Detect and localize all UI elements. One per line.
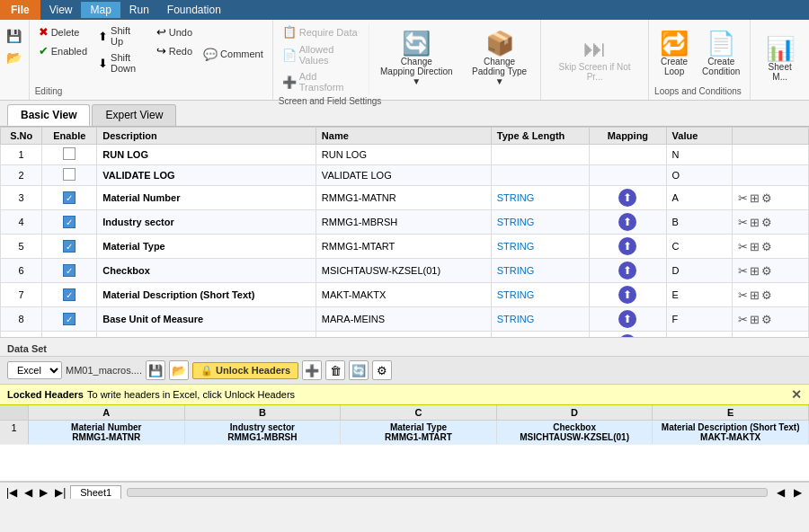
enable-checkbox[interactable] xyxy=(63,240,76,253)
action-icon-2[interactable]: ⊞ xyxy=(750,288,760,302)
action-icon-3[interactable]: ⚙ xyxy=(761,313,772,326)
row-desc: Material Description (Short Text) xyxy=(97,283,316,307)
row-name: VALIDATE LOG xyxy=(316,165,491,186)
scroll-right-btn[interactable]: ▶ xyxy=(790,486,805,499)
action-icon-3[interactable]: ⚙ xyxy=(761,191,772,205)
nav-next-btn[interactable]: ▶ xyxy=(37,486,50,499)
enable-checkbox[interactable] xyxy=(63,313,76,325)
dataset-config-btn[interactable]: ⚙ xyxy=(372,360,392,380)
cell-A1[interactable]: Material Number RMMG1-MATNR xyxy=(29,421,185,444)
add-transform-btn[interactable]: ➕ Add Transform xyxy=(279,69,365,94)
shift-down-btn[interactable]: ⬇ Shift Down xyxy=(94,50,149,75)
row-sno: 3 xyxy=(1,186,42,210)
tab-basic-view[interactable]: Basic View xyxy=(7,104,90,126)
row-type[interactable]: DECIMAL xyxy=(491,332,590,339)
row-type[interactable]: STRING xyxy=(491,259,590,283)
create-condition-btn[interactable]: 📄 CreateCondition xyxy=(698,29,744,79)
action-icon-2[interactable]: ⊞ xyxy=(750,216,760,229)
horizontal-scrollbar[interactable] xyxy=(127,488,768,497)
sheet-tab-1[interactable]: Sheet1 xyxy=(70,485,121,499)
table-row: 8 Base Unit of Measure MARA-MEINS STRING… xyxy=(1,307,809,332)
mapping-icon[interactable]: ⬆ xyxy=(618,262,636,279)
scroll-left-btn[interactable]: ◀ xyxy=(773,486,788,499)
dataset-add-btn[interactable]: ➕ xyxy=(302,360,322,380)
shift-up-btn[interactable]: ⬆ Shift Up xyxy=(94,23,149,49)
unlock-headers-btn[interactable]: 🔒 Unlock Headers xyxy=(192,362,298,379)
row-type[interactable]: STRING xyxy=(491,235,590,259)
create-loop-btn[interactable]: 🔁 CreateLoop xyxy=(654,29,694,79)
action-icon-3[interactable]: ⚙ xyxy=(761,288,772,302)
enable-checkbox[interactable] xyxy=(63,168,76,181)
row-sno: 1 xyxy=(1,145,42,165)
redo-btn[interactable]: ↪ Redo xyxy=(153,42,196,59)
quick-save-btn[interactable]: 💾 xyxy=(3,27,25,45)
skip-screen-icon: ⏭ xyxy=(583,37,607,60)
undo-btn[interactable]: ↩ Undo xyxy=(153,23,196,40)
action-icon-1[interactable]: ✂ xyxy=(738,313,748,326)
save-dataset-btn[interactable]: 💾 xyxy=(146,360,165,380)
require-data-btn[interactable]: 📋 Require Data xyxy=(279,23,365,40)
menu-map[interactable]: Map xyxy=(81,2,120,18)
action-icon-2[interactable]: ⊞ xyxy=(750,191,760,205)
row-type[interactable]: STRING xyxy=(491,283,590,307)
cell-D1-line1: Checkbox xyxy=(501,422,649,432)
locked-banner-close[interactable]: ✕ xyxy=(791,387,802,402)
action-icon-2[interactable]: ⊞ xyxy=(750,240,760,253)
mapping-icon[interactable]: ⬆ xyxy=(618,237,636,255)
action-icon-1[interactable]: ✂ xyxy=(738,264,748,278)
action-icon-3[interactable]: ⚙ xyxy=(761,240,772,253)
dataset-refresh-btn[interactable]: 🔄 xyxy=(349,360,369,380)
cell-C1[interactable]: Material Type RMMG1-MTART xyxy=(341,421,497,444)
allowed-values-btn[interactable]: 📄 Allowed Values xyxy=(279,42,365,67)
delete-btn[interactable]: ✖ Delete xyxy=(35,23,91,40)
require-data-label: Require Data xyxy=(299,27,358,38)
open-dataset-btn[interactable]: 📂 xyxy=(169,360,189,380)
change-mapping-btn[interactable]: 🔄 ChangeMapping Direction ▼ xyxy=(373,29,461,89)
action-icon-3[interactable]: ⚙ xyxy=(761,216,772,229)
spreadsheet-area: A B C D E 1 Material Number RMMG1-MATNR … xyxy=(0,405,809,482)
tab-expert-view[interactable]: Expert View xyxy=(92,104,176,126)
change-mapping-label: ChangeMapping Direction ▼ xyxy=(378,57,457,86)
comment-btn[interactable]: 💬 Comment xyxy=(200,46,267,63)
loops-conditions-label: Loops and Conditions xyxy=(654,84,744,96)
action-icon-2[interactable]: ⊞ xyxy=(750,264,760,278)
cell-D1[interactable]: Checkbox MSICHTAUSW-KZSEL(01) xyxy=(497,421,653,444)
quick-open-btn[interactable]: 📂 xyxy=(3,49,25,66)
action-icon-1[interactable]: ✂ xyxy=(738,191,748,205)
cell-E1[interactable]: Material Description (Short Text) MAKT-M… xyxy=(653,421,809,444)
action-icon-1[interactable]: ✂ xyxy=(738,240,748,253)
row-type[interactable]: STRING xyxy=(491,186,590,210)
dataset-section: Data Set Excel MM01_macros.... 💾 📂 🔒 Unl… xyxy=(0,338,809,405)
enable-checkbox[interactable] xyxy=(63,288,76,301)
enabled-btn[interactable]: ✔ Enabled xyxy=(35,42,91,59)
datasource-dropdown[interactable]: Excel xyxy=(7,361,62,379)
action-icon-1[interactable]: ✂ xyxy=(738,288,748,302)
mapping-icon[interactable]: ⬆ xyxy=(618,286,636,304)
cell-B1-line1: Industry sector xyxy=(189,422,337,432)
menu-view[interactable]: View xyxy=(40,2,82,18)
nav-prev-btn[interactable]: ◀ xyxy=(22,486,35,499)
action-icon-3[interactable]: ⚙ xyxy=(761,264,772,278)
action-icon-1[interactable]: ✂ xyxy=(738,216,748,229)
sheet-map-btn[interactable]: 📊 Sheet M... xyxy=(756,34,804,84)
row-type[interactable]: STRING xyxy=(491,210,590,235)
mapping-icon[interactable]: ⬆ xyxy=(618,189,636,207)
enable-checkbox[interactable] xyxy=(63,216,76,228)
enable-checkbox[interactable] xyxy=(63,191,76,204)
nav-first-btn[interactable]: |◀ xyxy=(4,486,20,499)
mapping-icon[interactable]: ⬆ xyxy=(618,213,636,231)
enable-checkbox[interactable] xyxy=(63,147,76,160)
menu-run[interactable]: Run xyxy=(120,2,158,18)
nav-last-btn[interactable]: ▶| xyxy=(52,486,68,499)
dataset-remove-btn[interactable]: 🗑 xyxy=(325,360,345,380)
action-icon-2[interactable]: ⊞ xyxy=(750,313,760,326)
skip-screen-btn[interactable]: ⏭ Skip Screen if Not Pr... xyxy=(547,34,643,84)
enable-checkbox[interactable] xyxy=(63,264,76,277)
menu-foundation[interactable]: Foundation xyxy=(158,2,230,18)
menu-file[interactable]: File xyxy=(0,0,40,20)
cell-B1[interactable]: Industry sector RMMG1-MBRSH xyxy=(185,421,342,444)
change-padding-btn[interactable]: 📦 ChangePadding Type ▼ xyxy=(464,29,535,89)
create-loop-icon: 🔁 xyxy=(660,31,689,55)
row-type[interactable]: STRING xyxy=(491,307,590,332)
mapping-icon[interactable]: ⬆ xyxy=(618,310,636,328)
